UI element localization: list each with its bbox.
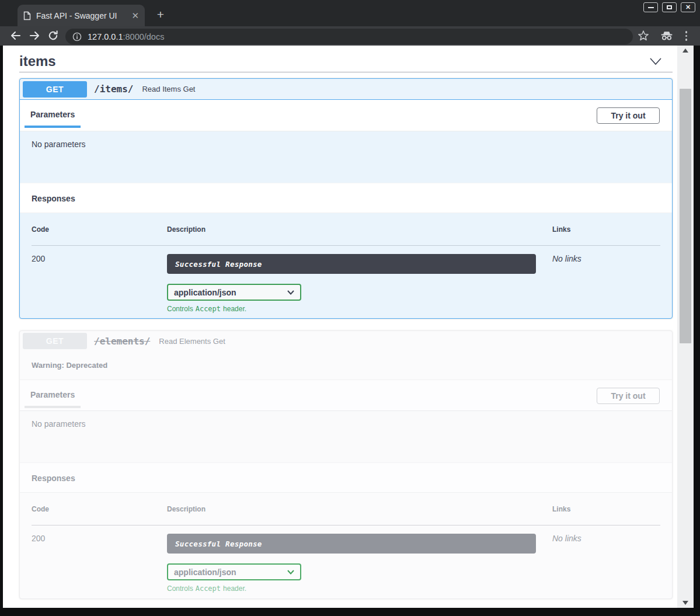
media-type-select[interactable]: application/json [167,563,301,580]
controls-accept-note: ControlsAcceptheader. [167,305,552,313]
responses-label: Responses [32,194,75,203]
try-it-out-button[interactable]: Try it out [597,388,660,404]
response-row: 200 Successful Response application/json… [32,525,660,593]
responses-header: Responses [20,183,672,213]
forward-button[interactable] [29,30,41,41]
deprecated-warning: Warning: Deprecated [20,351,672,380]
star-icon [638,30,649,41]
select-chevron-icon [287,570,294,575]
responses-header: Responses [20,462,672,493]
swagger-ui: items GET /items/ Read Items Get Paramet… [3,46,677,599]
response-code: 200 [32,254,167,313]
try-it-out-button[interactable]: Try it out [597,107,660,124]
response-row: 200 Successful Response application/json… [32,246,660,313]
response-description-box: Successful Response [167,254,536,274]
method-badge: GET [23,81,87,98]
minimize-icon [648,7,654,8]
parameters-header-row: Parameters Try it out [20,100,672,131]
endpoint-summary: Read Items Get [142,85,195,93]
links-column-header: Links [552,505,660,513]
endpoint-summary: Read Elements Get [159,337,225,346]
media-type-select[interactable]: application/json [167,284,301,301]
incognito-icon [660,31,673,40]
opblock-get-elements-deprecated: GET /elements/ Read Elements Get Warning… [19,330,673,599]
chevron-down-icon[interactable] [649,57,662,65]
parameters-body: No parameters [20,411,672,462]
document-icon [23,11,31,20]
minimize-button[interactable] [643,2,658,12]
maximize-button[interactable] [662,2,677,12]
tab-close-icon[interactable]: ✕ [131,11,139,20]
no-links-text: No links [552,254,660,313]
vertical-scrollbar[interactable] [677,46,694,608]
tag-section-header[interactable]: items [19,50,673,72]
page-content: items GET /items/ Read Items Get Paramet… [3,46,677,608]
info-icon[interactable] [72,32,82,41]
parameters-label: Parameters [25,110,81,128]
bookmark-star-button[interactable] [638,30,649,41]
scroll-down-button[interactable] [677,598,694,608]
endpoint-path: /elements/ [94,336,150,347]
tab-title: Fast API - Swagger UI [36,11,128,20]
scroll-up-icon [682,48,688,53]
no-parameters-text: No parameters [32,140,86,149]
opblock-summary[interactable]: GET /elements/ Read Elements Get [20,331,672,351]
reload-button[interactable] [47,30,59,41]
description-column-header: Description [167,225,552,234]
back-icon [9,30,22,41]
controls-accept-note: ControlsAcceptheader. [167,584,552,593]
scroll-thumb[interactable] [680,89,691,343]
window-controls: ✕ [643,2,695,12]
method-badge: GET [23,333,87,349]
select-chevron-icon [287,290,294,295]
parameters-header-row: Parameters Try it out [20,380,672,411]
opblock-get-items: GET /items/ Read Items Get Parameters Tr… [19,78,673,319]
reload-icon [47,30,59,41]
back-button[interactable] [9,30,22,41]
new-tab-button[interactable]: + [153,7,168,22]
responses-table-header: Code Description Links [32,213,660,246]
close-button[interactable]: ✕ [681,2,695,12]
url-bar[interactable]: 127.0.0.1:8000/docs [65,29,633,44]
scroll-down-icon [682,601,688,605]
url-path: :8000/docs [123,32,164,41]
media-type-value: application/json [174,288,236,297]
no-links-text: No links [552,534,660,593]
code-column-header: Code [32,225,167,234]
opblock-summary[interactable]: GET /items/ Read Items Get [20,79,672,100]
responses-table-header: Code Description Links [32,493,660,525]
browser-tab[interactable]: Fast API - Swagger UI ✕ [18,5,145,26]
responses-label: Responses [32,474,75,483]
close-icon: ✕ [685,4,691,11]
description-column-header: Description [167,505,552,513]
parameters-label: Parameters [25,390,81,408]
responses-table: Code Description Links 200 Successful Re… [20,493,672,593]
response-code: 200 [32,534,167,593]
media-type-value: application/json [174,568,236,577]
maximize-icon [667,5,672,9]
no-parameters-text: No parameters [32,419,86,429]
scroll-up-button[interactable] [677,46,694,55]
browser-menu-button[interactable] [685,31,688,41]
code-column-header: Code [32,505,167,513]
tag-title: items [19,53,56,69]
forward-icon [29,30,41,41]
parameters-body: No parameters [20,131,672,183]
tab-strip: Fast API - Swagger UI ✕ + ✕ [0,0,700,26]
response-description-box: Successful Response [167,534,536,554]
links-column-header: Links [552,225,660,234]
endpoint-path: /items/ [94,83,133,95]
url-host: 127.0.0.1 [88,32,123,41]
responses-table: Code Description Links 200 Successful Re… [20,213,672,313]
